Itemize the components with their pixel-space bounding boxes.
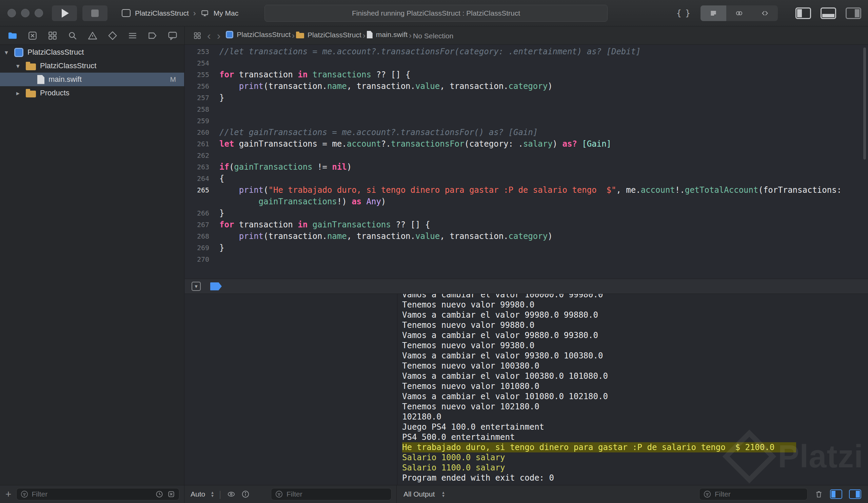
code-line: 264{	[185, 173, 868, 184]
toggle-console-pane-button[interactable]	[849, 490, 861, 499]
minimize-window-button[interactable]	[21, 9, 30, 17]
scope-label: Auto	[190, 490, 205, 498]
hide-debug-area-button[interactable]: ▾	[192, 282, 201, 291]
folder-icon	[26, 91, 36, 98]
variables-filter-field[interactable]: Filter	[271, 488, 392, 500]
forward-button[interactable]: ›	[216, 30, 221, 41]
filter-icon	[20, 490, 29, 499]
toggle-navigator-button[interactable]	[795, 8, 811, 19]
sidebar-item-main-swift[interactable]: main.swiftM	[0, 73, 184, 86]
activity-viewer: Finished running PlatziClassStruct : Pla…	[265, 5, 608, 22]
variables-scope-button[interactable]: Auto	[190, 490, 205, 498]
run-button[interactable]	[52, 6, 77, 21]
console-line: Vamos a cambiar el valor 99880.0 99380.0	[402, 330, 868, 340]
code-snippets-button[interactable]: { }	[676, 8, 690, 18]
toggle-inspectors-button[interactable]	[846, 8, 861, 19]
info-icon[interactable]	[241, 490, 250, 499]
play-icon	[62, 9, 69, 18]
code-line: 262	[185, 150, 868, 161]
line-number: 258	[185, 103, 209, 115]
scope-updown-icon[interactable]: ▴▾	[211, 491, 214, 497]
scheme-selector[interactable]: PlatziClassStruct › My Mac	[122, 9, 238, 18]
editor-scrollbar[interactable]	[863, 48, 866, 160]
app-target-icon	[122, 9, 131, 17]
separator: |	[219, 489, 221, 500]
title-bar: PlatziClassStruct › My Mac Finished runn…	[0, 0, 868, 27]
console-scope-button[interactable]: All Output	[403, 490, 435, 498]
breadcrumb-item[interactable]: PlatziClassStruct	[226, 31, 291, 39]
console-line: Salario 1100.0 salary	[402, 463, 868, 473]
breadcrumb-item[interactable]: main.swift	[367, 31, 407, 39]
breakpoint-navigator-icon[interactable]	[147, 30, 158, 41]
breadcrumb: PlatziClassStruct›PlatziClassStruct›main…	[226, 31, 453, 40]
project-navigator-icon[interactable]	[7, 30, 18, 41]
code-editor[interactable]: 253//let transactions = me.account?.tran…	[185, 45, 868, 279]
console-line: Vamos a cambiar el valor 100380.0 101080…	[402, 371, 868, 381]
console-line: Juego PS4 100.0 entertainment	[402, 422, 868, 432]
test-navigator-icon[interactable]	[107, 30, 118, 41]
sidebar-filter-field[interactable]: Filter	[16, 488, 179, 500]
breadcrumb-label: PlatziClassStruct	[308, 31, 361, 39]
standard-editor-button[interactable]	[701, 6, 726, 21]
scope-updown-icon[interactable]: ▴▾	[442, 491, 445, 497]
toggle-variables-pane-button[interactable]	[830, 490, 842, 499]
add-button[interactable]: +	[6, 489, 11, 499]
breadcrumb-separator: ›	[409, 31, 412, 40]
quicklook-eye-icon[interactable]	[227, 490, 236, 499]
code-line: 256 print(transaction.name, transaction.…	[185, 80, 868, 92]
item-label: main.swift	[49, 75, 82, 84]
project-navigator: ▾PlatziClassStruct▾PlatziClassStructmain…	[0, 45, 185, 485]
version-editor-button[interactable]	[752, 6, 778, 21]
code-line: 263if(gainTransactions != nil)	[185, 161, 868, 173]
sidebar-item-platziclassstruct[interactable]: ▾PlatziClassStruct	[0, 59, 184, 73]
toolbar-right: { }	[676, 0, 861, 26]
console-line: Tenemos nuevo valor 99880.0	[402, 320, 868, 330]
sidebar-item-products[interactable]: ▸Products	[0, 86, 184, 100]
source-control-status-icon[interactable]	[167, 490, 176, 499]
breakpoints-toggle-icon[interactable]	[210, 282, 222, 291]
variables-view[interactable]	[185, 294, 397, 485]
close-window-button[interactable]	[8, 9, 16, 17]
line-number: 257	[185, 92, 209, 103]
line-number: 259	[185, 115, 209, 127]
disclosure-icon[interactable]: ▾	[5, 49, 14, 56]
sidebar-filter-bar: + Filter	[0, 485, 185, 503]
traffic-lights	[0, 9, 52, 17]
find-navigator-icon[interactable]	[67, 30, 78, 41]
symbol-navigator-icon[interactable]	[47, 30, 58, 41]
code-line: 265 print("He trabajado duro, si tengo d…	[185, 184, 868, 196]
debug-navigator-icon[interactable]	[127, 30, 138, 41]
disclosure-icon[interactable]: ▾	[16, 62, 26, 70]
debug-bar: ▾	[185, 279, 868, 294]
report-navigator-icon[interactable]	[167, 30, 178, 41]
source-control-navigator-icon[interactable]	[27, 30, 38, 41]
line-number	[185, 196, 209, 208]
line-number: 269	[185, 242, 209, 253]
item-label: Products	[40, 89, 70, 98]
code-line: 267for transaction in gainTransactions ?…	[185, 219, 868, 230]
issue-navigator-icon[interactable]	[87, 30, 98, 41]
toggle-debug-area-button[interactable]	[820, 8, 836, 19]
zoom-window-button[interactable]	[34, 9, 43, 17]
breadcrumb-item[interactable]: No Selection	[413, 32, 453, 40]
back-button[interactable]: ‹	[206, 30, 211, 41]
code-line: 270	[185, 253, 868, 265]
disclosure-icon[interactable]: ▸	[16, 89, 26, 97]
console-lines: Vamos a cambiar el valor 100000.0 99980.…	[397, 294, 868, 483]
recent-files-clock-icon[interactable]	[155, 490, 164, 499]
breadcrumb-separator: ›	[292, 31, 294, 40]
swift-file-icon	[37, 75, 44, 84]
related-items-icon[interactable]	[193, 31, 202, 40]
console-line: Program ended with exit code: 0	[402, 473, 868, 483]
stop-button[interactable]	[82, 6, 107, 21]
breadcrumb-item[interactable]: PlatziClassStruct	[296, 31, 361, 39]
code-line: 261let gainTransactions = me.account?.tr…	[185, 138, 868, 150]
console-output[interactable]: Vamos a cambiar el valor 100000.0 99980.…	[397, 294, 868, 485]
breadcrumb-label: PlatziClassStruct	[237, 31, 291, 39]
scheme-target-label: My Mac	[214, 9, 239, 17]
assistant-editor-button[interactable]	[726, 6, 752, 21]
sidebar-item-platziclassstruct[interactable]: ▾PlatziClassStruct	[0, 46, 184, 59]
console-filter-field[interactable]: Filter	[699, 488, 808, 500]
project-icon	[14, 48, 23, 57]
clear-console-trash-icon[interactable]	[814, 490, 823, 499]
